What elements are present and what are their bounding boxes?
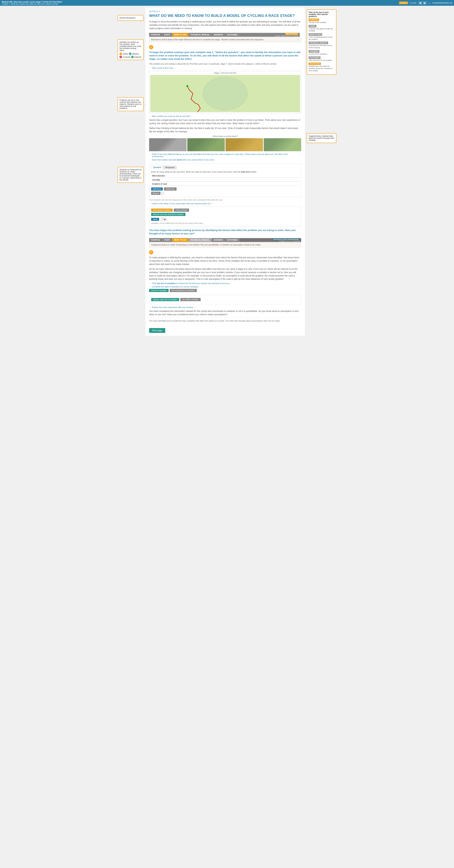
tab-mini-responses[interactable]: Responses (163, 166, 176, 169)
input-field-2[interactable] (151, 178, 299, 182)
variables-box: Add sample variables Clear all fields Re… (149, 207, 301, 226)
student-button[interactable]: Student (399, 1, 408, 4)
tab-steps[interactable]: STEPS (162, 33, 172, 37)
next-page-button[interactable]: Next page (149, 328, 165, 333)
nav-right: Student 5 of 32 ◀ ▶ ⌂ computerbasedmath.… (399, 1, 452, 5)
prev-page-button[interactable]: ◀ (418, 1, 422, 5)
clear-all-button[interactable]: Clear all fields (174, 209, 189, 212)
tab-answers[interactable]: ANSWERS (212, 33, 225, 37)
add-more-button[interactable]: Add more (151, 187, 163, 191)
cyclist-image-1 (149, 138, 187, 151)
expand-icon[interactable]: ⤢ (300, 33, 301, 35)
svg-point-2 (186, 85, 188, 87)
input-field-1[interactable] (151, 174, 299, 178)
module-title: Module M1: How fast could I cycle stage … (2, 1, 63, 3)
variables-btn-row-2: Refresh and load submitted variables (151, 213, 299, 216)
tab2-answers[interactable]: ANSWERS (212, 238, 225, 242)
annotation-sections-text: Activities are broken up into sections. … (120, 41, 141, 52)
question1-text: Seems like a stupid question, but if you… (149, 118, 301, 125)
resend-button[interactable]: Resend (151, 192, 160, 195)
section2-btn-row: Get list of variables Get example list o… (149, 289, 301, 292)
input-instruction: Enter as many ideas as you can here. Wri… (151, 171, 299, 173)
tab-detail-steps: STEPS A step-by-step guide through the m… (309, 25, 334, 32)
activity-label: ACTIVITY 3 (149, 10, 301, 12)
arrow-complete-text: Complete the table of questions for all … (152, 285, 199, 288)
btn-row-1: Add more Delete last (151, 187, 299, 191)
get-list-bold: Get list of variables (157, 282, 175, 284)
variable-display: wind (151, 218, 159, 221)
images-label: What slows a cyclist down? (149, 135, 301, 137)
define-label: Define (123, 53, 128, 55)
add-sample-button[interactable]: Add sample variables (151, 209, 173, 212)
abstract-label: Abstract (132, 53, 139, 55)
update-online-button[interactable]: Update online list of variables (151, 298, 179, 301)
center-content: ACTIVITY 3 WHAT DO WE NEED TO KNOW TO BU… (145, 8, 305, 336)
input-field-3[interactable] (151, 182, 299, 186)
tab2-steps[interactable]: STEPS (162, 238, 172, 242)
rs-tab-outcomes: OUTCOMES (309, 56, 321, 59)
tab2-content-text: Categorise factors in order of importanc… (151, 244, 261, 246)
rs-tab-answers: ANSWERS (309, 50, 319, 53)
cyclist-image-2 (187, 138, 225, 151)
rs-tab-brainstorm: BRAINSTORM (309, 63, 321, 65)
tab2-outcomes[interactable]: OUTCOMES (225, 238, 240, 242)
tab-what-to-say[interactable]: WHAT TO SAY (172, 33, 189, 37)
route-expand[interactable]: ⤢ (174, 67, 176, 69)
section1-italic: The problem you are solving is about the… (149, 62, 301, 65)
arrow-listen-text: Listen to the ideas of your classmates t… (152, 203, 211, 205)
tab2-purpose[interactable]: PURPOSE (149, 238, 162, 242)
abstract-circle: A (129, 53, 131, 55)
home-icon[interactable]: ⌂ (429, 1, 430, 4)
tab2-technical[interactable]: TECHNICAL MANUAL (189, 238, 212, 242)
arrow-review-text: Review the class responses with your tea… (152, 306, 194, 308)
resend-row: Resend (151, 192, 299, 195)
step-define-row: D Define A Abstract (120, 53, 142, 55)
nav-arrows: ◀ ▶ (418, 1, 427, 5)
mini-tab-bar: Question Responses (151, 166, 299, 169)
sorting-badge: SORTING/CLASSIFYING/ORDERING (272, 238, 300, 240)
review-expand[interactable]: ⤢ (195, 306, 196, 308)
get-list-button[interactable]: Get list of variables (149, 289, 169, 292)
map-label: Stage 7 of the An Post Rás (150, 72, 300, 74)
main-wrapper: Activity introduction. Activities are br… (116, 6, 338, 338)
get-example-button[interactable]: Get example list of variables (170, 289, 197, 292)
think-expand[interactable]: ⤢ (300, 153, 301, 155)
page-counter: 5 of 32 (410, 2, 416, 4)
delete-last-button[interactable]: Delete last (164, 187, 176, 191)
teacher-note: Your teacher will see the responses of t… (149, 199, 301, 201)
resend-checkbox[interactable] (161, 192, 164, 195)
annotation-real-context: Problems are set in real contexts that s… (118, 97, 143, 111)
why-expand[interactable]: ⤢ (191, 115, 193, 117)
offline-button[interactable]: Use offline variables (180, 298, 201, 301)
chapter-title: Chapter 1: What are models and what can … (2, 3, 63, 5)
supplementary-text: Supplementary material helps guide the t… (309, 135, 334, 141)
rs-desc-brainstorm: Modality type, who leads the modality, g… (309, 65, 334, 72)
tab-purpose[interactable]: PURPOSE (149, 33, 162, 37)
listen-expand[interactable]: ⤢ (212, 203, 213, 205)
arrow-enter: Enter them below and click Send when you… (149, 159, 301, 161)
tab-technical[interactable]: TECHNICAL MANUAL (189, 33, 212, 37)
arrow-think: Think of as many different factors as yo… (149, 153, 301, 158)
tab-expand-icon[interactable]: ⤢ (298, 38, 299, 40)
annotation-supplementary: Supplementary material helps guide the t… (307, 133, 336, 143)
highlight-text-1: You have begun the problem-solving proce… (149, 228, 301, 235)
rs-tab-purpose: PURPOSE (309, 19, 319, 21)
add-more-inline: Add more (241, 171, 250, 173)
annotation-real-context-text: Problems are set in real contexts that s… (120, 99, 141, 109)
rs-tab-steps: STEPS (309, 25, 316, 27)
tab-outcomes[interactable]: OUTCOMES (225, 33, 240, 37)
refresh-button[interactable]: Refresh and load submitted variables (151, 213, 186, 216)
steps-list: D Define A Abstract C Compute I Interpre… (120, 53, 142, 58)
next-page-button[interactable]: ▶ (423, 1, 427, 5)
tab-detail-purpose: PURPOSE The aim of the modality. (309, 19, 334, 24)
images-section: What slows a cyclist down? (149, 135, 301, 151)
section3-block: Review the class responses with your tea… (149, 306, 301, 322)
tab2-what-to-say[interactable]: WHAT TO SAY (172, 238, 189, 242)
define-circle: D (120, 53, 122, 55)
section3-text2: You have identified and considered many … (149, 319, 301, 322)
online-btn-row: Update online list of variables Use offl… (151, 298, 299, 301)
var-select[interactable] (161, 217, 166, 221)
rs-desc-what-to-say: A list of probing questions to ask the s… (309, 36, 334, 40)
section2-block: To make progress in defining the questio… (149, 256, 301, 292)
tab-mini-question[interactable]: Question (151, 166, 163, 169)
